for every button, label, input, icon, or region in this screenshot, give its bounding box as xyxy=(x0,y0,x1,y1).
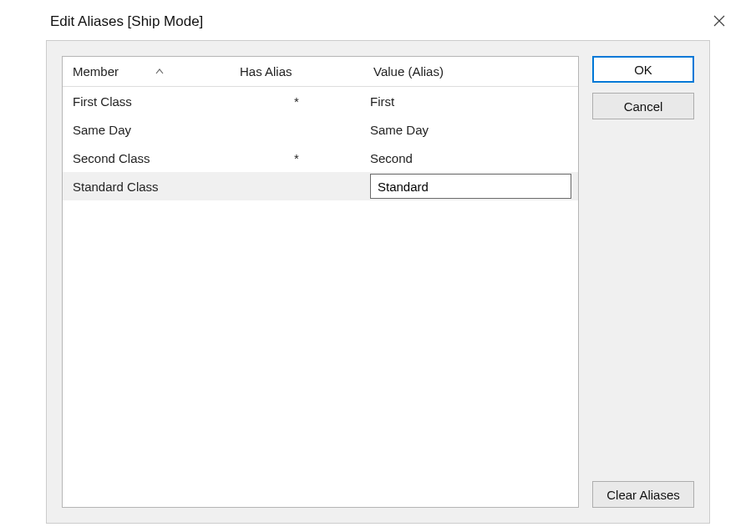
cell-value[interactable] xyxy=(363,174,578,199)
column-header-value-label: Value (Alias) xyxy=(373,64,444,79)
cell-value-text: First xyxy=(370,94,394,109)
table-row[interactable]: Standard Class xyxy=(63,172,578,200)
close-button[interactable] xyxy=(708,10,731,33)
table-body: First Class*FirstSame DaySame DaySecond … xyxy=(63,87,578,507)
table-row[interactable]: First Class*First xyxy=(63,87,578,115)
cell-value[interactable]: Second xyxy=(363,151,578,165)
alias-value-input[interactable] xyxy=(370,174,571,199)
sort-asc-icon xyxy=(155,68,164,74)
cancel-button[interactable]: Cancel xyxy=(592,93,694,119)
button-column: OK Cancel Clear Aliases xyxy=(592,56,694,508)
cell-hasalias: * xyxy=(230,94,363,109)
close-icon xyxy=(713,15,725,29)
cell-value[interactable]: First xyxy=(363,94,578,109)
cell-hasalias: * xyxy=(230,151,363,165)
cell-member: Same Day xyxy=(63,123,230,137)
cell-member: First Class xyxy=(63,94,230,109)
column-header-value[interactable]: Value (Alias) xyxy=(363,57,578,86)
content-area: Member Has Alias Value (Alias) First Cla… xyxy=(46,40,710,524)
edit-aliases-dialog: Edit Aliases [Ship Mode] Member xyxy=(0,0,756,532)
titlebar: Edit Aliases [Ship Mode] xyxy=(0,0,756,40)
clear-aliases-button[interactable]: Clear Aliases xyxy=(592,481,694,508)
cell-member: Second Class xyxy=(63,151,230,165)
alias-table: Member Has Alias Value (Alias) First Cla… xyxy=(62,56,579,508)
column-header-hasalias-label: Has Alias xyxy=(240,64,292,79)
column-header-member[interactable]: Member xyxy=(63,57,230,86)
ok-button[interactable]: OK xyxy=(592,56,694,83)
cell-value[interactable]: Same Day xyxy=(363,123,578,137)
spacer xyxy=(592,129,694,471)
dialog-title: Edit Aliases [Ship Mode] xyxy=(50,13,203,30)
table-header: Member Has Alias Value (Alias) xyxy=(63,57,578,87)
column-header-member-label: Member xyxy=(73,64,119,79)
table-row[interactable]: Second Class*Second xyxy=(63,144,578,172)
column-header-hasalias[interactable]: Has Alias xyxy=(230,57,363,86)
cell-value-text: Second xyxy=(370,151,413,165)
table-row[interactable]: Same DaySame Day xyxy=(63,115,578,144)
cell-member: Standard Class xyxy=(63,180,230,194)
cell-value-text: Same Day xyxy=(370,123,429,137)
